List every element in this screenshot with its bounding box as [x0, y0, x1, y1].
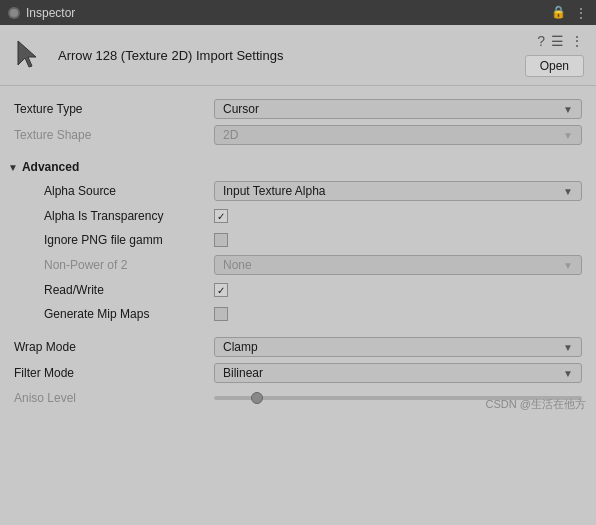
title-bar: Inspector 🔒 ⋮	[0, 0, 596, 25]
non-power-row: Non-Power of 2 None ▼	[0, 252, 596, 278]
wrap-mode-value: Clamp ▼	[214, 337, 582, 357]
ignore-png-value	[214, 233, 582, 247]
advanced-section-title: Advanced	[22, 160, 79, 174]
main-content: Texture Type Cursor ▼ Texture Shape 2D ▼…	[0, 86, 596, 420]
header-section: Arrow 128 (Texture 2D) Import Settings ?…	[0, 25, 596, 86]
texture-type-dropdown[interactable]: Cursor ▼	[214, 99, 582, 119]
alpha-source-selected: Input Texture Alpha	[223, 184, 326, 198]
ignore-png-row: Ignore PNG file gamm	[0, 228, 596, 252]
alpha-transparency-value	[214, 209, 582, 223]
mip-maps-value	[214, 307, 582, 321]
header-icon-group: ? ☰ ⋮	[537, 33, 584, 49]
more-icon[interactable]: ⋮	[574, 5, 588, 21]
texture-type-selected: Cursor	[223, 102, 259, 116]
texture-type-row: Texture Type Cursor ▼	[0, 96, 596, 122]
title-bar-label: Inspector	[26, 6, 75, 20]
aniso-slider-thumb[interactable]	[251, 392, 263, 404]
non-power-label: Non-Power of 2	[14, 258, 214, 272]
header-actions: ? ☰ ⋮ Open	[525, 33, 584, 77]
wrap-mode-row: Wrap Mode Clamp ▼	[0, 334, 596, 360]
alpha-transparency-checkbox[interactable]	[214, 209, 228, 223]
filter-mode-arrow: ▼	[563, 368, 573, 379]
read-write-value	[214, 283, 582, 297]
texture-shape-arrow: ▼	[563, 130, 573, 141]
alpha-source-row: Alpha Source Input Texture Alpha ▼	[0, 178, 596, 204]
mip-maps-row: Generate Mip Maps	[0, 302, 596, 326]
alpha-source-label: Alpha Source	[14, 184, 214, 198]
filter-mode-dropdown[interactable]: Bilinear ▼	[214, 363, 582, 383]
non-power-value: None ▼	[214, 255, 582, 275]
header-title: Arrow 128 (Texture 2D) Import Settings	[58, 48, 515, 63]
texture-shape-value: 2D ▼	[214, 125, 582, 145]
mip-maps-label: Generate Mip Maps	[14, 307, 214, 321]
lock-icon[interactable]: 🔒	[551, 5, 566, 21]
read-write-row: Read/Write	[0, 278, 596, 302]
alpha-source-value: Input Texture Alpha ▼	[214, 181, 582, 201]
open-button[interactable]: Open	[525, 55, 584, 77]
wrap-mode-dropdown[interactable]: Clamp ▼	[214, 337, 582, 357]
alpha-transparency-label: Alpha Is Transparency	[14, 209, 214, 223]
help-icon[interactable]: ?	[537, 33, 545, 49]
wrap-mode-arrow: ▼	[563, 342, 573, 353]
filter-mode-value: Bilinear ▼	[214, 363, 582, 383]
filter-mode-selected: Bilinear	[223, 366, 263, 380]
non-power-dropdown[interactable]: None ▼	[214, 255, 582, 275]
non-power-arrow: ▼	[563, 260, 573, 271]
advanced-section-header[interactable]: ▼ Advanced	[0, 156, 596, 178]
texture-type-arrow: ▼	[563, 104, 573, 115]
texture-shape-label: Texture Shape	[14, 128, 214, 142]
separator-2	[0, 326, 596, 334]
wrap-mode-selected: Clamp	[223, 340, 258, 354]
wrap-mode-label: Wrap Mode	[14, 340, 214, 354]
mip-maps-checkbox[interactable]	[214, 307, 228, 321]
more-menu-icon[interactable]: ⋮	[570, 33, 584, 49]
alpha-source-dropdown[interactable]: Input Texture Alpha ▼	[214, 181, 582, 201]
title-bar-actions: 🔒 ⋮	[551, 5, 588, 21]
filter-mode-label: Filter Mode	[14, 366, 214, 380]
svg-marker-1	[18, 41, 36, 67]
aniso-level-label: Aniso Level	[14, 391, 214, 405]
ignore-png-checkbox[interactable]	[214, 233, 228, 247]
texture-type-value: Cursor ▼	[214, 99, 582, 119]
svg-point-0	[10, 9, 18, 17]
advanced-triangle-icon: ▼	[8, 162, 18, 173]
non-power-selected: None	[223, 258, 252, 272]
alpha-transparency-row: Alpha Is Transparency	[0, 204, 596, 228]
watermark-text: CSDN @生活在他方	[486, 397, 586, 412]
arrow-cursor-icon	[12, 37, 48, 73]
read-write-checkbox[interactable]	[214, 283, 228, 297]
ignore-png-label: Ignore PNG file gamm	[14, 233, 214, 247]
read-write-label: Read/Write	[14, 283, 214, 297]
alpha-source-arrow: ▼	[563, 186, 573, 197]
settings-icon[interactable]: ☰	[551, 33, 564, 49]
texture-type-label: Texture Type	[14, 102, 214, 116]
inspector-icon	[8, 7, 20, 19]
filter-mode-row: Filter Mode Bilinear ▼	[0, 360, 596, 386]
texture-shape-row: Texture Shape 2D ▼	[0, 122, 596, 148]
texture-shape-selected: 2D	[223, 128, 238, 142]
separator-1	[0, 148, 596, 156]
texture-shape-dropdown[interactable]: 2D ▼	[214, 125, 582, 145]
